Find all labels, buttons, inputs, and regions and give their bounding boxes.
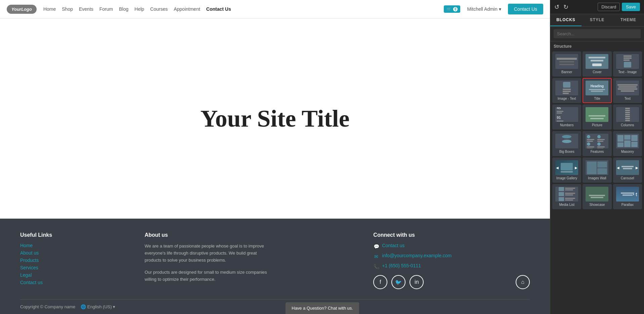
nav-appointment[interactable]: Appointment	[174, 6, 200, 12]
linkedin-button[interactable]: in	[410, 275, 424, 289]
social-row: f 🐦 in ⌂	[373, 275, 530, 289]
block-image-gallery[interactable]: Image Gallery	[552, 158, 581, 183]
nav-cart[interactable]: 🛒 0	[444, 5, 461, 13]
chat-widget[interactable]: Have a Question? Chat with us.	[286, 302, 359, 314]
panel-header-icons: ↺ ↻	[554, 3, 568, 11]
features-label: Features	[591, 150, 604, 153]
text-thumb	[616, 81, 639, 95]
right-panel: ↺ ↻ Discard Save BLOCKS STYLE THEME Stru…	[550, 0, 644, 314]
footer-link-about[interactable]: About us	[20, 250, 124, 256]
carousel-label: Carousel	[621, 176, 634, 180]
block-masonry[interactable]: Masonry	[613, 131, 642, 156]
nav-user[interactable]: Mitchell Admin ▾	[467, 6, 501, 12]
home-social-button[interactable]: ⌂	[516, 275, 530, 289]
footer-link-legal[interactable]: Legal	[20, 272, 124, 278]
footer-link-products[interactable]: Products	[20, 258, 124, 263]
search-input[interactable]	[554, 29, 641, 38]
block-big-boxes[interactable]: Big Boxes	[552, 131, 581, 156]
tab-theme[interactable]: THEME	[613, 14, 644, 26]
columns-thumb	[616, 107, 639, 122]
redo-icon[interactable]: ↻	[563, 3, 568, 11]
nav-contact-us[interactable]: Contact Us	[206, 6, 231, 12]
footer-link-contact[interactable]: Contact us	[20, 280, 124, 285]
panel-header-actions: Discard Save	[598, 3, 640, 11]
nav-courses[interactable]: Courses	[150, 6, 168, 12]
nav-events[interactable]: Events	[79, 6, 93, 12]
nav-contact-button[interactable]: Contact Us	[508, 4, 543, 14]
connect-email-item: ✉ info@yourcompany.example.com	[373, 253, 530, 260]
nav-home[interactable]: Home	[43, 6, 56, 12]
nav-links: Home Shop Events Forum Blog Help Courses…	[43, 6, 444, 12]
connect-chat-link[interactable]: Contact us	[382, 243, 404, 248]
block-text[interactable]: Text	[613, 78, 642, 103]
block-numbers[interactable]: 45 91 Numbers	[552, 104, 581, 130]
banner-thumb	[555, 54, 578, 69]
connect-phone-link[interactable]: +1 (650) 555-0111	[382, 263, 421, 268]
block-columns[interactable]: Columns	[613, 104, 642, 130]
about-p1: We are a team of passionate people whose…	[144, 243, 272, 264]
block-media-list[interactable]: Media List	[552, 184, 581, 209]
images-wall-label: Images Wall	[588, 176, 606, 180]
numbers-label: Numbers	[560, 123, 574, 127]
heading-title-label: Title	[594, 97, 600, 100]
image-text-label: Image - Text	[558, 97, 576, 100]
block-text-image[interactable]: Text - Image	[613, 51, 642, 77]
block-heading-title[interactable]: Heading Title	[583, 78, 611, 103]
footer-about: About us We are a team of passionate peo…	[144, 232, 353, 289]
block-features[interactable]: Features	[583, 131, 611, 156]
block-banner[interactable]: Banner	[552, 51, 581, 77]
block-picture[interactable]: Picture	[583, 104, 611, 130]
chat-icon: 💬	[373, 243, 379, 250]
panel-header: ↺ ↻ Discard Save	[550, 0, 644, 14]
undo-icon[interactable]: ↺	[554, 3, 559, 11]
block-cover[interactable]: Cover	[583, 51, 611, 77]
footer-top: Useful Links Home About us Products Serv…	[20, 232, 530, 299]
nav-blog[interactable]: Blog	[119, 6, 128, 12]
blocks-grid: Banner Cover	[550, 50, 644, 211]
nav-user-name: Mitchell Admin	[467, 6, 497, 12]
block-images-wall[interactable]: Images Wall	[583, 158, 611, 183]
block-carousel[interactable]: Carousel	[613, 158, 642, 183]
features-thumb	[586, 134, 608, 148]
showcase-label: Showcase	[589, 203, 605, 207]
masonry-label: Masonry	[621, 150, 634, 153]
footer-link-home[interactable]: Home	[20, 243, 124, 248]
text-image-thumb	[616, 54, 639, 69]
cart-badge: 0	[453, 7, 458, 11]
nav-forum[interactable]: Forum	[99, 6, 113, 12]
banner-label: Banner	[561, 70, 572, 74]
save-button[interactable]: Save	[622, 3, 640, 11]
logo[interactable]: YourLogo	[7, 5, 37, 14]
masonry-thumb	[616, 134, 639, 148]
big-boxes-thumb	[555, 134, 578, 148]
panel-tabs: BLOCKS STYLE THEME	[550, 14, 644, 27]
footer: Useful Links Home About us Products Serv…	[0, 219, 550, 314]
tab-blocks[interactable]: BLOCKS	[550, 14, 582, 26]
media-list-label: Media List	[559, 203, 574, 207]
footer-link-services[interactable]: Services	[20, 265, 124, 270]
panel-search	[550, 27, 644, 41]
connect-email-link[interactable]: info@yourcompany.example.com	[382, 253, 452, 258]
twitter-button[interactable]: 🐦	[391, 275, 405, 289]
about-heading: About us	[144, 232, 353, 238]
hero-section: Your Site Title	[0, 18, 550, 219]
nav-help[interactable]: Help	[134, 6, 144, 12]
numbers-thumb: 45 91	[555, 107, 578, 122]
connect-phone-item: 📞 +1 (650) 555-0111	[373, 263, 530, 270]
facebook-button[interactable]: f	[373, 275, 387, 289]
block-showcase[interactable]: Showcase	[583, 184, 611, 209]
footer-connect: Connect with us 💬 Contact us ✉ info@your…	[373, 232, 530, 289]
block-image-text[interactable]: Image - Text	[552, 78, 581, 103]
carousel-thumb	[616, 160, 639, 175]
discard-button[interactable]: Discard	[598, 3, 620, 11]
chevron-down-icon: ▾	[499, 6, 501, 12]
phone-icon: 📞	[373, 264, 379, 270]
nav-shop[interactable]: Shop	[62, 6, 73, 12]
connect-chat-item: 💬 Contact us	[373, 243, 530, 250]
block-parallax[interactable]: ▲ ▼ Parallax	[613, 184, 642, 209]
text-image-label: Text - Image	[618, 70, 637, 74]
tab-style[interactable]: STYLE	[582, 14, 613, 26]
columns-label: Columns	[621, 123, 634, 127]
image-gallery-label: Image Gallery	[556, 176, 577, 180]
language-selector[interactable]: 🌐 English (US) ▾	[81, 304, 115, 309]
